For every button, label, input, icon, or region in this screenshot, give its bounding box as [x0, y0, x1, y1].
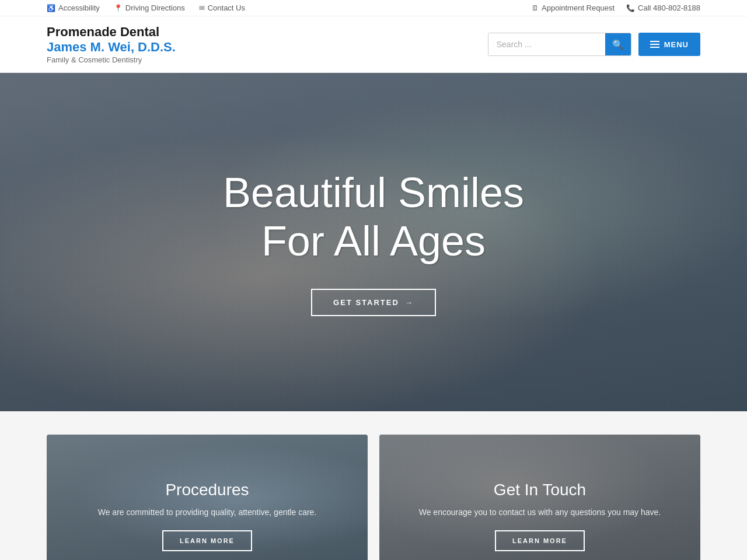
hamburger-icon: [650, 41, 659, 48]
hero-title: Beautiful Smiles For All Ages: [223, 169, 524, 265]
driving-directions-label: Driving Directions: [125, 4, 185, 12]
phone-link[interactable]: 📞 Call 480-802-8188: [626, 4, 700, 12]
appointment-request-link[interactable]: 🗓 Appointment Request: [532, 4, 615, 12]
cards-section: Procedures We are committed to providing…: [0, 411, 747, 560]
procedures-card-content: Procedures We are committed to providing…: [98, 481, 317, 551]
search-icon: 🔍: [612, 39, 624, 50]
utility-left-links: Accessibility 📍 Driving Directions ✉ Con…: [47, 4, 245, 12]
procedures-card-title: Procedures: [98, 481, 317, 499]
calendar-icon: 🗓: [532, 4, 539, 12]
contact-learn-more-button[interactable]: LEARN MORE: [495, 530, 585, 551]
contact-card-content: Get In Touch We encourage you to contact…: [419, 481, 661, 551]
header-right: 🔍 MENU: [488, 33, 700, 56]
wheelchair-icon: [47, 4, 55, 12]
accessibility-link[interactable]: Accessibility: [47, 4, 100, 12]
get-started-button[interactable]: GET STARTED →: [311, 289, 436, 316]
contact-us-link[interactable]: ✉ Contact Us: [199, 4, 245, 12]
hero-title-line1: Beautiful Smiles: [223, 169, 524, 216]
contact-card-title: Get In Touch: [419, 481, 661, 499]
search-wrapper: 🔍: [488, 33, 631, 56]
utility-right-links: 🗓 Appointment Request 📞 Call 480-802-818…: [532, 4, 700, 12]
appointment-label: Appointment Request: [542, 4, 615, 12]
menu-button[interactable]: MENU: [638, 33, 700, 56]
hero-section: Beautiful Smiles For All Ages GET STARTE…: [0, 73, 747, 411]
map-pin-icon: 📍: [114, 4, 123, 12]
brand-name: Promenade Dental: [47, 24, 176, 40]
menu-label: MENU: [664, 40, 689, 49]
utility-bar: Accessibility 📍 Driving Directions ✉ Con…: [0, 0, 747, 16]
search-input[interactable]: [488, 33, 605, 55]
procedures-learn-more-button[interactable]: LEARN MORE: [162, 530, 252, 551]
hero-title-line2: For All Ages: [261, 218, 486, 264]
site-logo: Promenade Dental James M. Wei, D.D.S. Fa…: [47, 24, 176, 64]
accessibility-label: Accessibility: [58, 4, 100, 12]
contact-learn-more-label: LEARN MORE: [512, 537, 567, 544]
procedures-card-description: We are committed to providing quality, a…: [98, 506, 317, 519]
get-started-label: GET STARTED: [333, 298, 399, 307]
procedures-learn-more-label: LEARN MORE: [180, 537, 235, 544]
contact-card-description: We encourage you to contact us with any …: [419, 506, 661, 519]
driving-directions-link[interactable]: 📍 Driving Directions: [114, 4, 185, 12]
tagline: Family & Cosmetic Dentistry: [47, 55, 176, 65]
phone-label: Call 480-802-8188: [638, 4, 700, 12]
contact-us-label: Contact Us: [208, 4, 245, 12]
arrow-icon: →: [405, 298, 414, 307]
procedures-card: Procedures We are committed to providing…: [47, 435, 368, 560]
contact-card: Get In Touch We encourage you to contact…: [379, 435, 700, 560]
envelope-icon: ✉: [199, 4, 205, 12]
phone-icon: 📞: [626, 4, 635, 12]
doctor-name: James M. Wei, D.D.S.: [47, 40, 176, 55]
hero-content: Beautiful Smiles For All Ages GET STARTE…: [223, 169, 524, 316]
site-header: Promenade Dental James M. Wei, D.D.S. Fa…: [0, 16, 747, 73]
search-button[interactable]: 🔍: [605, 33, 631, 56]
